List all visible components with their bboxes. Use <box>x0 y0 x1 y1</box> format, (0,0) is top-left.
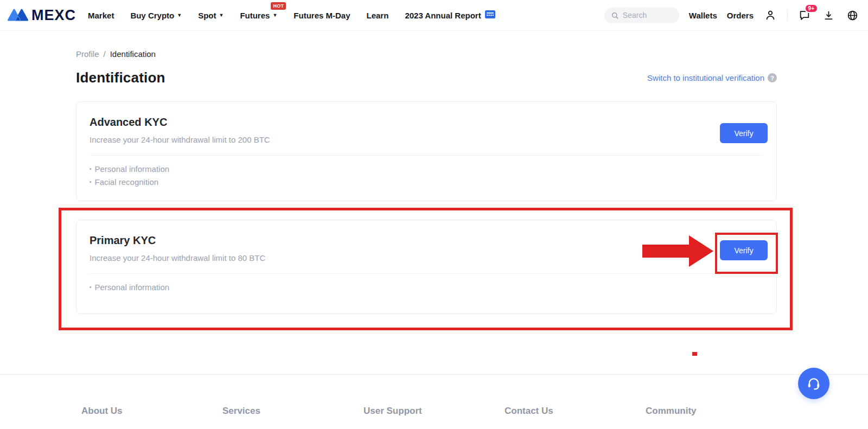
top-navbar: MEXC Market Buy Crypto▼ Spot▼ Futures▼ H… <box>0 0 868 31</box>
advanced-kyc-verify-button[interactable]: Verify <box>720 123 768 143</box>
primary-kyc-subtitle: Increase your 24-hour withdrawal limit t… <box>90 253 763 262</box>
footer-col-services[interactable]: Services <box>217 406 358 417</box>
caret-down-icon: ▼ <box>177 13 182 18</box>
advanced-kyc-title: Advanced KYC <box>90 116 763 129</box>
download-app-icon[interactable] <box>821 8 835 22</box>
headset-icon <box>806 375 822 392</box>
primary-kyc-requirements: Personal information <box>90 281 763 294</box>
primary-kyc-card: Primary KYC Increase your 24-hour withdr… <box>76 220 777 314</box>
primary-kyc-verify-button[interactable]: Verify <box>720 240 768 260</box>
advanced-kyc-card: Advanced KYC Increase your 24-hour withd… <box>76 101 777 201</box>
navbar-right-cluster: Wallets Orders 9+ <box>604 8 859 23</box>
language-globe-icon[interactable] <box>845 8 859 22</box>
profile-icon[interactable] <box>763 8 777 22</box>
page-title: Identification <box>76 69 165 86</box>
search-icon <box>611 11 619 20</box>
primary-nav: Market Buy Crypto▼ Spot▼ Futures▼ HOT Fu… <box>88 10 495 20</box>
nav-item-buy-crypto[interactable]: Buy Crypto▼ <box>130 11 182 20</box>
card-divider <box>90 155 763 156</box>
messages-icon[interactable]: 9+ <box>797 8 812 22</box>
mexc-identification-page: MEXC Market Buy Crypto▼ Spot▼ Futures▼ H… <box>0 0 868 429</box>
nav-item-futures-mday[interactable]: Futures M-Day <box>293 11 350 20</box>
wallets-link[interactable]: Wallets <box>689 11 717 20</box>
requirement-item: Personal information <box>90 281 763 294</box>
nav-item-learn[interactable]: Learn <box>367 11 389 20</box>
orders-link[interactable]: Orders <box>727 11 754 20</box>
breadcrumb: Profile / Identification <box>76 49 777 59</box>
annual-report-icon <box>485 10 495 20</box>
footer-divider <box>0 374 868 375</box>
card-divider <box>90 273 763 274</box>
customer-support-button[interactable] <box>798 368 829 399</box>
footer-col-community[interactable]: Community <box>640 406 781 417</box>
annotation-red-dot <box>692 352 697 356</box>
requirement-item: Personal information <box>90 163 763 176</box>
mexc-logo[interactable]: MEXC <box>8 7 76 24</box>
main-content: Profile / Identification Identification … <box>76 49 777 314</box>
footer: About Us Services User Support Contact U… <box>76 406 787 417</box>
nav-item-annual-report[interactable]: 2023 Annual Report <box>405 10 495 20</box>
advanced-kyc-subtitle: Increase your 24-hour withdrawal limit t… <box>90 135 763 144</box>
nav-item-market[interactable]: Market <box>88 11 114 20</box>
help-icon[interactable]: ? <box>768 73 777 82</box>
mexc-wordmark: MEXC <box>31 7 76 24</box>
footer-col-about-us[interactable]: About Us <box>76 406 217 417</box>
nav-item-futures[interactable]: Futures▼ HOT <box>240 11 277 20</box>
footer-col-contact-us[interactable]: Contact Us <box>499 406 640 417</box>
primary-kyc-title: Primary KYC <box>90 234 763 247</box>
footer-col-user-support[interactable]: User Support <box>358 406 499 417</box>
requirement-item: Facial recognition <box>90 176 763 189</box>
breadcrumb-current: Identification <box>110 49 156 59</box>
breadcrumb-profile[interactable]: Profile <box>76 49 99 59</box>
search-box[interactable] <box>604 8 679 23</box>
search-input[interactable] <box>623 11 672 20</box>
nav-item-spot[interactable]: Spot▼ <box>198 11 224 20</box>
caret-down-icon: ▼ <box>272 13 277 18</box>
nav-separator <box>787 10 788 21</box>
notification-count-badge: 9+ <box>805 4 818 13</box>
hot-badge: HOT <box>271 2 286 10</box>
switch-institutional-link[interactable]: Switch to institutional verification ? <box>647 73 777 82</box>
breadcrumb-separator: / <box>104 49 106 59</box>
advanced-kyc-requirements: Personal information Facial recognition <box>90 163 763 189</box>
mexc-mountain-icon <box>8 8 28 22</box>
caret-down-icon: ▼ <box>219 13 224 18</box>
